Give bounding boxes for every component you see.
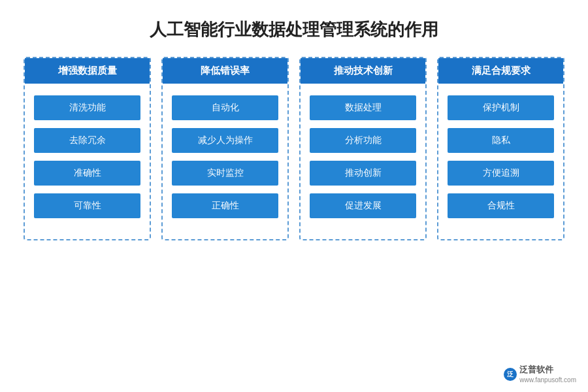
col-item-0-2: 准确性 [34, 161, 140, 186]
page-title: 人工智能行业数据处理管理系统的作用 [0, 0, 588, 57]
column-col2: 降低错误率自动化减少人为操作实时监控正确性 [161, 57, 289, 240]
col-item-2-2: 推动创新 [310, 161, 416, 186]
col-item-2-1: 分析功能 [310, 128, 416, 153]
col-item-2-0: 数据处理 [310, 95, 416, 120]
columns-container: 增强数据质量清洗功能去除冗余准确性可靠性降低错误率自动化减少人为操作实时监控正确… [0, 57, 588, 240]
col-header-1: 降低错误率 [163, 58, 287, 84]
watermark: 泛 泛普软件 www.fanpusoft.com [504, 365, 576, 384]
col-item-1-0: 自动化 [172, 95, 278, 120]
col-header-2: 推动技术创新 [301, 58, 425, 84]
col-item-3-0: 保护机制 [448, 95, 553, 120]
col-item-2-3: 促进发展 [310, 193, 416, 218]
col-item-3-1: 隐私 [448, 128, 553, 153]
col-header-0: 增强数据质量 [25, 58, 150, 84]
column-col1: 增强数据质量清洗功能去除冗余准确性可靠性 [24, 57, 151, 240]
col-item-3-3: 合规性 [448, 193, 553, 218]
watermark-icon: 泛 [504, 368, 517, 381]
watermark-sub: www.fanpusoft.com [519, 376, 576, 384]
col-item-1-1: 减少人为操作 [172, 128, 278, 153]
col-item-1-3: 正确性 [172, 193, 278, 218]
col-item-0-1: 去除冗余 [34, 128, 140, 153]
col-item-0-0: 清洗功能 [34, 95, 140, 120]
column-col3: 推动技术创新数据处理分析功能推动创新促进发展 [299, 57, 427, 240]
col-item-3-2: 方便追溯 [448, 161, 553, 186]
col-header-3: 满足合规要求 [438, 58, 563, 84]
col-item-1-2: 实时监控 [172, 161, 278, 186]
column-col4: 满足合规要求保护机制隐私方便追溯合规性 [437, 57, 564, 240]
col-item-0-3: 可靠性 [34, 193, 140, 218]
watermark-main: 泛普软件 [519, 365, 576, 376]
